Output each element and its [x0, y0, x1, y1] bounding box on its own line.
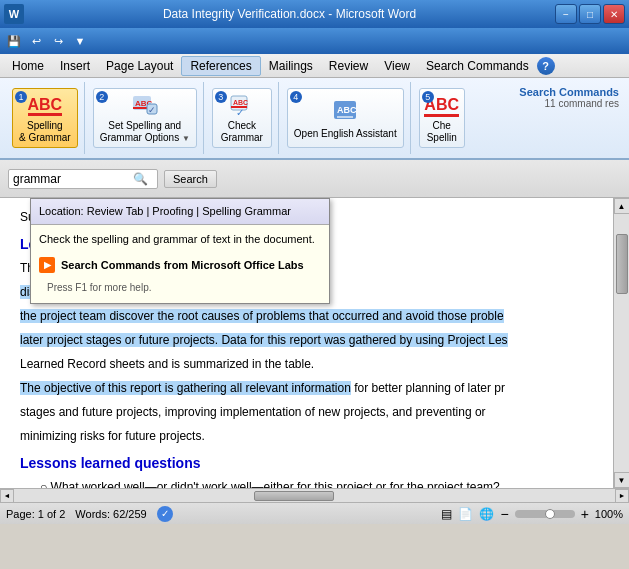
ribbon-right: Search Commands 11 command res — [515, 82, 623, 154]
tooltip-description: Check the spelling and grammar of text i… — [39, 231, 321, 248]
tooltip-header: Location: Review Tab | Proofing | Spelli… — [31, 199, 329, 225]
scrollbar-track — [616, 214, 628, 472]
status-left: Page: 1 of 2 Words: 62/259 ✓ — [6, 506, 173, 522]
scroll-up-arrow[interactable]: ▲ — [614, 198, 630, 214]
check-grammar-button[interactable]: 3 ABC ✓ CheckGrammar — [212, 88, 272, 148]
tooltip-hint: Press F1 for more help. — [39, 278, 321, 297]
scroll-down-arrow[interactable]: ▼ — [614, 472, 630, 488]
window-title: Data Integrity Verification.docx - Micro… — [24, 7, 555, 21]
quick-access-toolbar: 💾 ↩ ↪ ▼ — [0, 28, 629, 54]
qat-dropdown-button[interactable]: ▼ — [70, 31, 90, 51]
zoom-plus-button[interactable]: + — [581, 507, 589, 521]
badge-5: 5 — [422, 91, 434, 103]
search-input-wrap: 🔍 — [8, 169, 158, 189]
menu-home[interactable]: Home — [4, 57, 52, 75]
tooltip-popup: Location: Review Tab | Proofing | Spelli… — [30, 198, 330, 304]
ribbon-group-buttons-2: 2 ABC ✓ Set Spelling andGrammar Options … — [93, 82, 197, 154]
svg-text:✓: ✓ — [148, 105, 156, 115]
redo-button[interactable]: ↪ — [48, 31, 68, 51]
menu-insert[interactable]: Insert — [52, 57, 98, 75]
ribbon-group-check-grammar: 3 ABC ✓ CheckGrammar — [206, 82, 279, 154]
status-bar: Page: 1 of 2 Words: 62/259 ✓ ▤ 📄 🌐 − + 1… — [0, 502, 629, 524]
spelling-options-icon: ABC ✓ — [129, 92, 161, 120]
menu-review[interactable]: Review — [321, 57, 376, 75]
close-button[interactable]: ✕ — [603, 4, 625, 24]
menu-references[interactable]: References — [181, 56, 260, 76]
title-bar-controls: − □ ✕ — [555, 4, 625, 24]
check-grammar-icon: ABC ✓ — [226, 92, 258, 120]
menu-page-layout[interactable]: Page Layout — [98, 57, 181, 75]
menu-search-commands[interactable]: Search Commands — [418, 57, 537, 75]
ribbon-group-set-spelling: 2 ABC ✓ Set Spelling andGrammar Options … — [87, 82, 204, 154]
ribbon-group-buttons: 1 ABC Spelling& Grammar — [12, 82, 78, 154]
status-right: ▤ 📄 🌐 − + 100% — [441, 507, 623, 521]
minimize-button[interactable]: − — [555, 4, 577, 24]
menu-view[interactable]: View — [376, 57, 418, 75]
list-item: What worked well—or didn't work well—eit… — [40, 478, 593, 488]
view-web-icon[interactable]: 🌐 — [479, 507, 494, 521]
set-spelling-label: Set Spelling andGrammar Options ▼ — [100, 120, 190, 144]
vertical-scrollbar: ▲ ▼ — [613, 198, 629, 488]
tooltip-body: Check the spelling and grammar of text i… — [31, 225, 329, 303]
scroll-left-arrow[interactable]: ◄ — [0, 489, 14, 503]
document-area: Location: Review Tab | Proofing | Spelli… — [0, 198, 629, 488]
scrollbar-thumb[interactable] — [616, 234, 628, 294]
search-icon: 🔍 — [133, 172, 148, 186]
search-bar: 🔍 Search — [0, 160, 629, 198]
badge-1: 1 — [15, 91, 27, 103]
ribbon-group-proofing: 1 ABC Spelling& Grammar — [6, 82, 85, 154]
abc-icon: ABC — [29, 92, 61, 120]
view-normal-icon[interactable]: ▤ — [441, 507, 452, 521]
highlight-para3: the project team discover the root cause… — [20, 309, 504, 323]
title-bar-left: W — [4, 4, 24, 24]
help-button[interactable]: ? — [537, 57, 555, 75]
check-mark-icon[interactable]: ✓ — [157, 506, 173, 522]
search-go-button[interactable]: Search — [164, 170, 217, 188]
view-reading-icon[interactable]: 📄 — [458, 507, 473, 521]
check-grammar-label: CheckGrammar — [221, 120, 263, 144]
para-7: stages and future projects, improving im… — [20, 403, 593, 421]
check-spelling-button[interactable]: 5 ABC CheSpellin — [419, 88, 465, 148]
zoom-thumb[interactable] — [545, 509, 555, 519]
ribbon-group-buttons-5: 5 ABC CheSpellin — [419, 82, 465, 154]
ribbon-group-buttons-4: 4 ABC Open English Assistant — [287, 82, 404, 154]
badge-3: 3 — [215, 91, 227, 103]
scroll-right-arrow[interactable]: ► — [615, 489, 629, 503]
search-input[interactable] — [13, 172, 133, 186]
spelling-grammar-label: Spelling& Grammar — [19, 120, 71, 144]
search-commands-title: Search Commands — [519, 86, 619, 98]
horizontal-scrollbar: ◄ ► — [0, 488, 629, 502]
badge-4: 4 — [290, 91, 302, 103]
menu-mailings[interactable]: Mailings — [261, 57, 321, 75]
undo-button[interactable]: ↩ — [26, 31, 46, 51]
set-spelling-button[interactable]: 2 ABC ✓ Set Spelling andGrammar Options … — [93, 88, 197, 148]
title-bar: W Data Integrity Verification.docx - Mic… — [0, 0, 629, 28]
document-content: Location: Review Tab | Proofing | Spelli… — [0, 198, 613, 488]
ribbon-group-check-spelling: 5 ABC CheSpellin — [413, 82, 471, 154]
para-4: later project stages or future projects.… — [20, 331, 593, 349]
ribbon-content: 1 ABC Spelling& Grammar 2 ABC — [0, 78, 629, 158]
result-count: 11 command res — [519, 98, 619, 109]
highlight-objective: The objective of this report is gatherin… — [20, 381, 351, 395]
svg-rect-11 — [337, 116, 353, 118]
para-8: minimizing risks for future projects. — [20, 427, 593, 445]
zoom-slider[interactable] — [515, 510, 575, 518]
heading-2: Lessons learned questions — [20, 453, 593, 474]
ribbon-group-buttons-3: 3 ABC ✓ CheckGrammar — [212, 82, 272, 154]
menu-bar: Home Insert Page Layout References Maili… — [0, 54, 629, 78]
spelling-grammar-button[interactable]: 1 ABC Spelling& Grammar — [12, 88, 78, 148]
open-english-button[interactable]: 4 ABC Open English Assistant — [287, 88, 404, 148]
zoom-level: 100% — [595, 508, 623, 520]
zoom-minus-button[interactable]: − — [500, 507, 508, 521]
save-button[interactable]: 💾 — [4, 31, 24, 51]
h-scrollbar-track — [14, 490, 615, 502]
para-3: the project team discover the root cause… — [20, 307, 593, 325]
open-english-label: Open English Assistant — [294, 128, 397, 140]
para-5: Learned Record sheets and is summarized … — [20, 355, 593, 373]
para-6: The objective of this report is gatherin… — [20, 379, 593, 397]
highlight-para4: later project stages or future projects.… — [20, 333, 508, 347]
bullet-list: What worked well—or didn't work well—eit… — [20, 478, 593, 488]
maximize-button[interactable]: □ — [579, 4, 601, 24]
svg-text:ABC: ABC — [337, 105, 357, 115]
h-scrollbar-thumb[interactable] — [254, 491, 334, 501]
